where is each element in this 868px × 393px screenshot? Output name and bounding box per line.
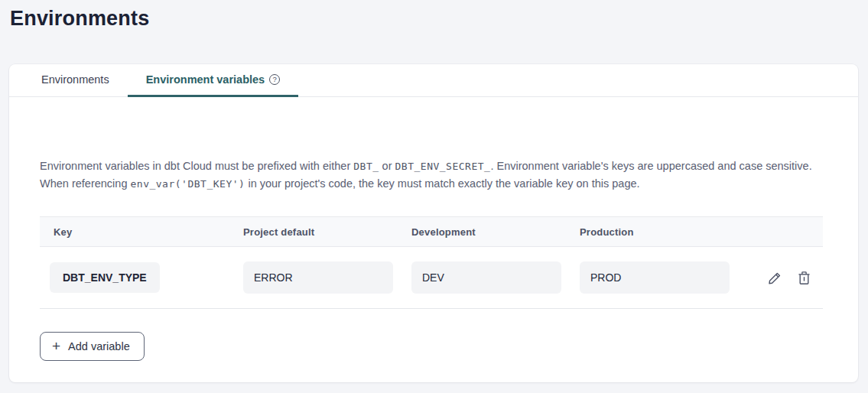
tab-bar: Environments Environment variables ? <box>9 64 858 97</box>
description-part4: in your project's code, the key must mat… <box>245 177 639 190</box>
tab-environments-label: Environments <box>41 73 109 86</box>
tab-environment-variables-label: Environment variables <box>146 73 265 86</box>
tab-environments[interactable]: Environments <box>23 64 128 97</box>
environments-page: Environments Environments Environment va… <box>0 0 868 393</box>
code-dbt-prefix: DBT_ <box>353 161 379 172</box>
development-value: DEV <box>411 261 561 294</box>
plus-icon: + <box>52 339 60 353</box>
add-variable-button[interactable]: + Add variable <box>40 332 145 361</box>
page-title: Environments <box>0 0 868 31</box>
table-row: DBT_ENV_TYPE ERROR DEV PROD <box>40 247 823 309</box>
cell-actions <box>748 269 823 287</box>
description-text: Environment variables in dbt Cloud must … <box>40 158 827 193</box>
cell-production: PROD <box>580 261 748 294</box>
code-env-var-example: env_var('DBT_KEY') <box>130 178 245 190</box>
description-part1: Environment variables in dbt Cloud must … <box>40 160 353 172</box>
variable-key-chip: DBT_ENV_TYPE <box>50 262 160 293</box>
column-header-project-default: Project default <box>243 226 411 238</box>
production-value: PROD <box>580 261 730 294</box>
description-part2: or <box>379 160 395 172</box>
delete-variable-button[interactable] <box>796 269 812 287</box>
add-variable-label: Add variable <box>68 340 130 352</box>
trash-icon <box>798 271 811 285</box>
environment-variables-card: Environments Environment variables ? Env… <box>9 64 858 382</box>
project-default-value: ERROR <box>243 261 393 294</box>
column-header-development: Development <box>411 226 580 238</box>
tab-environment-variables[interactable]: Environment variables ? <box>128 64 299 97</box>
cell-project-default: ERROR <box>243 261 411 294</box>
variables-table: Key Project default Development Producti… <box>40 216 823 309</box>
table-header-row: Key Project default Development Producti… <box>40 216 823 247</box>
edit-variable-button[interactable] <box>766 269 784 287</box>
pencil-icon <box>768 271 782 285</box>
tab-content: Environment variables in dbt Cloud must … <box>9 97 858 382</box>
column-header-production: Production <box>580 226 748 238</box>
column-header-key: Key <box>40 226 243 238</box>
cell-key: DBT_ENV_TYPE <box>40 262 243 293</box>
code-dbt-env-secret-prefix: DBT_ENV_SECRET_ <box>395 161 491 172</box>
cell-development: DEV <box>411 261 580 294</box>
help-icon[interactable]: ? <box>269 74 280 85</box>
